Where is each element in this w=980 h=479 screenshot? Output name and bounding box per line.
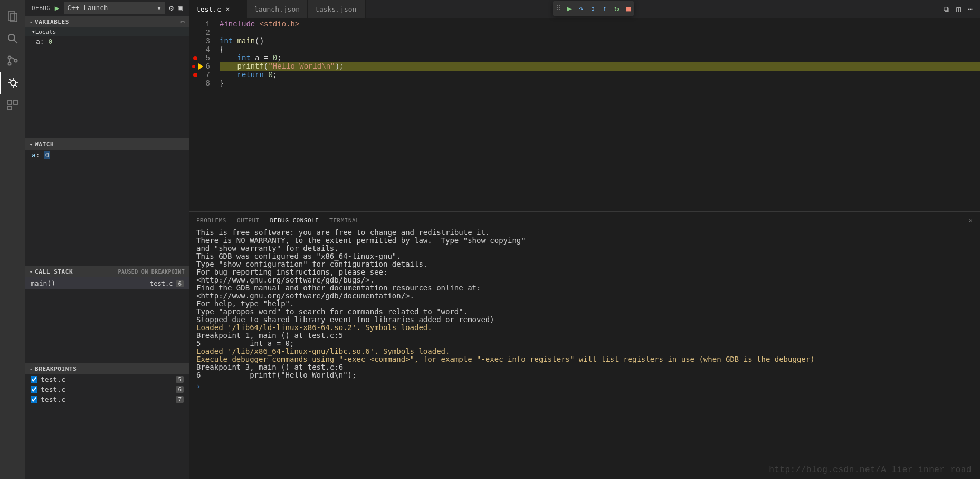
callstack-header[interactable]: ▾CALL STACK PAUSED ON BREAKPOINT	[25, 266, 189, 277]
continue-button[interactable]: ▶	[567, 4, 572, 13]
tab-launch-json[interactable]: launch.json	[247, 0, 308, 18]
debug-header: DEBUG ▶ C++ Launch ▼ ⚙ ▣	[25, 0, 189, 16]
chevron-down-icon: ▾	[30, 367, 33, 372]
watch-body: a: 0	[25, 150, 189, 266]
line-number: 6	[189, 62, 220, 71]
debug-sidebar: DEBUG ▶ C++ Launch ▼ ⚙ ▣ ▾VARIABLES ▭ ▾L…	[25, 0, 189, 479]
breakpoint-icon[interactable]	[193, 56, 197, 60]
breakpoint-row[interactable]: test.c7	[25, 395, 189, 405]
tab-label: test.c	[196, 5, 221, 13]
stack-frame[interactable]: main() test.c6	[25, 277, 189, 289]
breakpoint-line: 5	[176, 376, 184, 383]
panel-tab-terminal[interactable]: TERMINAL	[329, 217, 359, 224]
line-number: 7	[189, 71, 220, 79]
search-icon[interactable]	[0, 27, 25, 50]
watch-title: WATCH	[35, 141, 54, 148]
step-out-button[interactable]: ↥	[603, 4, 607, 13]
drag-handle-icon[interactable]: ⠿	[556, 5, 560, 12]
extensions-icon[interactable]	[0, 94, 25, 116]
editor-area: ⠿ ▶ ↷ ↧ ↥ ↻ ■ test.c× launch.json tasks.…	[189, 0, 980, 479]
breakpoint-checkbox[interactable]	[31, 376, 37, 383]
panel-tab-debug-console[interactable]: DEBUG CONSOLE	[270, 217, 319, 224]
breakpoint-checkbox[interactable]	[31, 386, 37, 393]
line-number: 1	[189, 20, 220, 29]
line-number: 2	[189, 29, 220, 37]
close-panel-icon[interactable]: ×	[969, 217, 973, 224]
variables-body: ▾Locals a: 0	[25, 27, 189, 138]
bottom-panel: PROBLEMS OUTPUT DEBUG CONSOLE TERMINAL ≣…	[189, 211, 980, 479]
debug-toolbar[interactable]: ⠿ ▶ ↷ ↧ ↥ ↻ ■	[553, 1, 634, 16]
svg-point-5	[8, 63, 11, 65]
editor-body[interactable]: #include <stdio.h> int main() { int a = …	[220, 18, 980, 211]
svg-rect-16	[8, 106, 12, 110]
breakpoint-file: test.c	[41, 375, 65, 383]
svg-line-3	[14, 40, 17, 43]
stop-button[interactable]: ■	[626, 4, 631, 13]
frame-line: 6	[176, 280, 184, 287]
editor-actions: ⧉ ◫ ⋯	[944, 0, 980, 18]
breakpoint-line: 6	[176, 386, 184, 393]
panel-tab-problems[interactable]: PROBLEMS	[196, 217, 226, 224]
svg-point-6	[15, 60, 17, 62]
svg-point-2	[8, 34, 15, 41]
watch-name: a	[32, 151, 36, 159]
watermark: http://blog.csdn.net/A_lier_inner_road	[769, 465, 972, 475]
more-icon[interactable]: ⋯	[968, 5, 973, 13]
code-editor[interactable]: 1 2 3 4 5 6 7 8 #include <stdio.h> int m…	[189, 18, 980, 211]
start-debug-button[interactable]: ▶	[55, 4, 60, 12]
variable-value: 0	[48, 37, 52, 45]
tab-test-c[interactable]: test.c×	[189, 0, 247, 18]
breakpoint-checkbox[interactable]	[31, 396, 37, 403]
step-into-button[interactable]: ↧	[591, 4, 595, 13]
split-diff-icon[interactable]: ⧉	[944, 5, 949, 14]
step-over-button[interactable]: ↷	[579, 4, 583, 13]
line-number: 5	[189, 54, 220, 62]
chevron-down-icon: ▾	[30, 142, 33, 147]
breakpoint-icon[interactable]	[193, 73, 197, 77]
chevron-down-icon: ▾	[30, 20, 33, 25]
panel-tab-output[interactable]: OUTPUT	[237, 217, 260, 224]
debug-console-toggle-icon[interactable]: ▣	[178, 4, 183, 12]
editor-gutter[interactable]: 1 2 3 4 5 6 7 8	[189, 18, 220, 211]
breakpoint-row[interactable]: test.c6	[25, 384, 189, 395]
chevron-down-icon: ▾	[30, 269, 33, 275]
line-number: 8	[189, 79, 220, 88]
variables-header[interactable]: ▾VARIABLES ▭	[25, 16, 189, 27]
tab-label: tasks.json	[315, 5, 356, 13]
launch-config-label: C++ Launch	[68, 4, 108, 12]
tab-tasks-json[interactable]: tasks.json	[308, 0, 366, 18]
debug-icon[interactable]	[0, 72, 25, 94]
current-frame-icon[interactable]	[192, 63, 198, 70]
svg-line-13	[15, 85, 17, 87]
callstack-body: main() test.c6	[25, 277, 189, 363]
tab-label: launch.json	[254, 5, 300, 13]
variables-title: VARIABLES	[35, 18, 69, 25]
watch-value: 0	[44, 151, 50, 159]
debug-console-output[interactable]: This is free software: you are free to c…	[189, 229, 980, 479]
panel-tabs: PROBLEMS OUTPUT DEBUG CONSOLE TERMINAL ≣…	[189, 212, 980, 229]
collapse-icon[interactable]: ▭	[181, 18, 185, 25]
restart-button[interactable]: ↻	[614, 4, 619, 13]
debug-title: DEBUG	[32, 5, 51, 12]
svg-rect-14	[8, 100, 12, 104]
scm-icon[interactable]	[0, 50, 25, 72]
chevron-down-icon: ▼	[158, 5, 161, 11]
watch-row[interactable]: a: 0	[25, 150, 189, 160]
line-number: 4	[189, 45, 220, 54]
breakpoints-title: BREAKPOINTS	[35, 365, 77, 372]
breakpoint-row[interactable]: test.c5	[25, 374, 189, 384]
variable-row[interactable]: a: 0	[25, 36, 189, 46]
clear-console-icon[interactable]: ≣	[958, 217, 962, 224]
explorer-icon[interactable]	[0, 5, 25, 27]
watch-header[interactable]: ▾WATCH	[25, 138, 189, 150]
variable-name: a	[36, 37, 40, 45]
frame-function: main()	[31, 279, 55, 287]
close-icon[interactable]: ×	[225, 5, 230, 13]
split-editor-icon[interactable]: ◫	[956, 5, 960, 13]
callstack-title: CALL STACK	[35, 268, 73, 275]
locals-scope[interactable]: ▾Locals	[25, 27, 189, 36]
breakpoints-header[interactable]: ▾BREAKPOINTS	[25, 363, 189, 374]
frame-file: test.c	[150, 280, 173, 287]
gear-icon[interactable]: ⚙	[169, 4, 174, 12]
launch-config-select[interactable]: C++ Launch ▼	[64, 2, 165, 14]
